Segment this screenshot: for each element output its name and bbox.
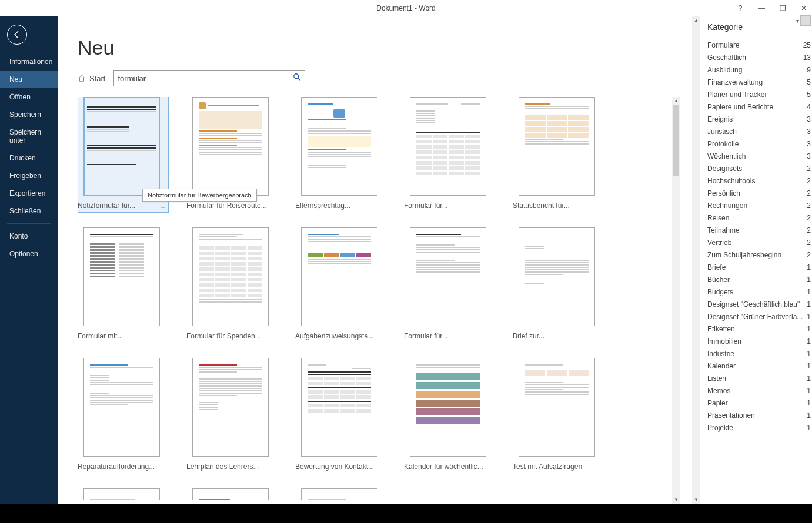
category-scrollbar[interactable]: ▲ ▼ [692, 16, 700, 504]
category-row[interactable]: Ausbildung9 [707, 63, 812, 76]
sidebar-item-neu[interactable]: Neu [0, 71, 58, 88]
category-row[interactable]: Wöchentlich3 [707, 150, 812, 162]
category-row[interactable]: Reisen2 [707, 212, 812, 224]
sidebar-item-informationen[interactable]: Informationen [0, 53, 58, 71]
scrollbar-thumb[interactable] [673, 105, 679, 176]
template-tile[interactable]: Brief zur... [513, 227, 601, 340]
category-name: Juristisch [707, 128, 737, 136]
category-count: 2 [807, 251, 811, 259]
template-thumbnail [519, 358, 595, 457]
category-row[interactable]: Protokolle3 [707, 138, 812, 150]
scroll-down-icon[interactable]: ▼ [692, 496, 700, 504]
category-count: 1 [807, 399, 811, 407]
search-input[interactable] [118, 74, 293, 83]
category-row[interactable]: Ereignis3 [707, 113, 812, 125]
sidebar-item-freigeben[interactable]: Freigeben [0, 167, 58, 185]
category-row[interactable]: Bücher1 [707, 273, 812, 286]
category-count: 5 [807, 90, 811, 99]
template-label: Brief zur... [513, 332, 601, 340]
template-thumbnail [83, 488, 160, 500]
sidebar-item-drucken[interactable]: Drucken [0, 149, 58, 167]
category-count: 1 [807, 374, 811, 383]
category-row[interactable]: Vertrieb2 [707, 236, 812, 249]
category-row[interactable]: Etiketten1 [707, 323, 812, 335]
back-button[interactable] [7, 25, 27, 45]
template-tile[interactable]: Formular für... [404, 227, 492, 340]
category-name: Geschäftlich [707, 53, 746, 62]
category-row[interactable]: Teilnahme2 [707, 224, 812, 236]
category-row[interactable]: Designsets2 [707, 162, 812, 175]
sidebar-item-optionen[interactable]: Optionen [0, 245, 58, 263]
home-link[interactable]: Start [78, 74, 105, 83]
category-count: 5 [807, 78, 811, 86]
category-name: Projekte [707, 424, 733, 432]
pin-icon[interactable]: ⊣ [161, 204, 166, 211]
category-row[interactable]: Geschäftlich13 [707, 51, 812, 63]
category-row[interactable]: Planer und Tracker5 [707, 88, 812, 100]
category-row[interactable]: Kalender1 [707, 360, 812, 372]
template-tile[interactable]: Formular mit... [78, 227, 166, 340]
sidebar-item-exportieren[interactable]: Exportieren [0, 185, 58, 202]
template-tile[interactable]: Bewertung von Kontakt... [295, 358, 383, 471]
template-tile[interactable] [295, 488, 383, 504]
template-tile[interactable]: Elternsprechtag... [295, 97, 383, 210]
scroll-down-icon[interactable]: ▼ [672, 496, 680, 504]
sidebar-item-schließen[interactable]: Schließen [0, 202, 58, 220]
search-box[interactable] [113, 70, 305, 86]
template-tile[interactable] [186, 488, 275, 504]
category-row[interactable]: Zum Schuljahresbeginn2 [707, 249, 812, 261]
sidebar-item-speichern[interactable]: Speichern [0, 106, 58, 123]
category-row[interactable]: Juristisch3 [707, 125, 812, 138]
category-row[interactable]: Listen1 [707, 372, 812, 384]
template-gallery[interactable]: Notizformular für...⊣Formular für Reiser… [78, 97, 680, 504]
scroll-up-icon[interactable]: ▲ [692, 16, 700, 25]
category-row[interactable]: Formulare25 [707, 39, 812, 51]
template-tile[interactable]: Reparaturaufforderung... [78, 358, 166, 471]
category-count: 2 [807, 177, 811, 185]
template-tile[interactable]: Formular für... [404, 97, 492, 210]
category-name: Designset "Grüner Farbverla... [707, 313, 803, 321]
template-tile[interactable]: Statusbericht für... [513, 97, 601, 210]
category-row[interactable]: Projekte1 [707, 421, 812, 434]
template-tile[interactable]: Formular für Spenden... [186, 227, 275, 340]
template-tile[interactable]: Test mit Aufsatzfragen [513, 358, 601, 471]
template-thumbnail [83, 97, 160, 196]
svg-point-0 [294, 74, 299, 79]
category-row[interactable]: Budgets1 [707, 286, 812, 298]
sidebar-item-konto[interactable]: Konto [0, 227, 58, 245]
template-thumbnail [410, 97, 486, 196]
category-row[interactable]: Rechnungen2 [707, 199, 812, 212]
category-count: 2 [807, 214, 811, 222]
category-row[interactable]: Designset "Geschäftlich blau"1 [707, 298, 812, 310]
restore-icon[interactable]: ❐ [774, 4, 791, 12]
category-row[interactable]: Industrie1 [707, 347, 812, 360]
category-name: Budgets [707, 288, 733, 296]
sidebar-item-öffnen[interactable]: Öffnen [0, 88, 58, 106]
page-title: Neu [78, 36, 680, 59]
template-tile[interactable]: Kalender für wöchentlic... [404, 358, 492, 471]
category-row[interactable]: Papiere und Berichte4 [707, 100, 812, 113]
category-row[interactable]: Finanzverwaltung5 [707, 76, 812, 88]
category-count: 1 [807, 337, 811, 346]
template-tile[interactable] [78, 488, 166, 504]
category-row[interactable]: Hochschultools2 [707, 175, 812, 187]
minimize-icon[interactable]: — [753, 4, 770, 12]
category-row[interactable]: Immobilien1 [707, 335, 812, 347]
scroll-up-icon[interactable]: ▲ [672, 97, 680, 105]
close-icon[interactable]: ✕ [796, 4, 812, 12]
category-row[interactable]: Persönlich2 [707, 187, 812, 199]
template-label: Aufgabenzuweisungsta... [295, 332, 383, 340]
category-row[interactable]: Präsentationen1 [707, 409, 812, 421]
category-row[interactable]: Designset "Grüner Farbverla...1 [707, 310, 812, 323]
category-name: Memos [707, 387, 730, 395]
template-tile[interactable]: Lehrplan des Lehrers... [186, 358, 275, 471]
sidebar-item-speichern-unter[interactable]: Speichern unter [0, 123, 58, 149]
gallery-scrollbar[interactable]: ▲ ▼ [672, 97, 680, 504]
category-row[interactable]: Papier1 [707, 397, 812, 409]
category-row[interactable]: Briefe1 [707, 261, 812, 273]
category-name: Etiketten [707, 325, 735, 333]
help-icon[interactable]: ? [732, 4, 748, 12]
category-row[interactable]: Memos1 [707, 384, 812, 397]
template-tile[interactable]: Aufgabenzuweisungsta... [295, 227, 383, 340]
search-icon[interactable] [293, 73, 301, 83]
